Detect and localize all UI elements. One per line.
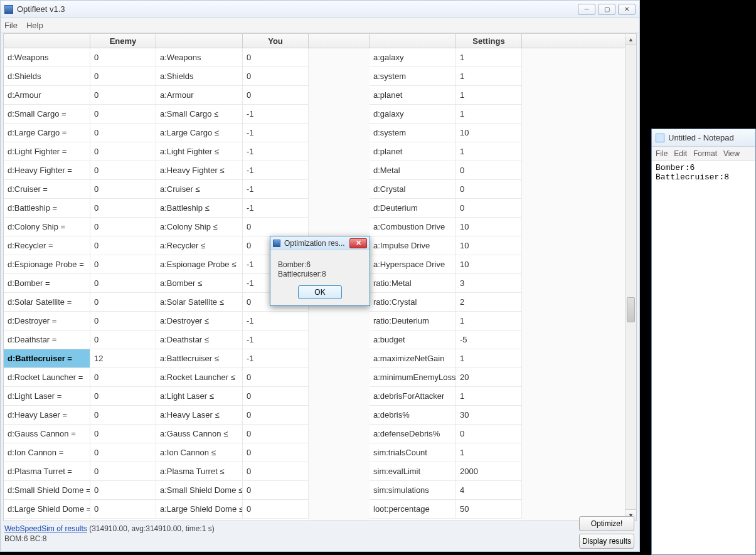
- settings-value[interactable]: 1: [456, 86, 522, 104]
- you-row[interactable]: a:Armour0: [156, 86, 309, 105]
- you-row[interactable]: a:Battleship ≤-1: [156, 199, 309, 218]
- settings-row[interactable]: a:Combustion Drive10: [370, 218, 522, 236]
- you-row[interactable]: a:Light Fighter ≤-1: [156, 142, 309, 161]
- you-value[interactable]: 0: [243, 443, 309, 462]
- settings-value[interactable]: 0: [456, 180, 522, 198]
- you-value[interactable]: -1: [243, 180, 309, 198]
- you-row[interactable]: a:Cruiser ≤-1: [156, 180, 309, 199]
- enemy-key[interactable]: d:Battlecruiser =: [4, 349, 90, 367]
- settings-key[interactable]: a:Combustion Drive: [370, 218, 456, 236]
- you-key[interactable]: a:Gauss Cannon ≤: [156, 425, 243, 443]
- settings-row[interactable]: loot:percentage50: [370, 500, 522, 519]
- websim-link[interactable]: WebSpeedSim of results: [4, 524, 87, 533]
- you-key[interactable]: a:Bomber ≤: [156, 274, 243, 292]
- you-key[interactable]: a:Espionage Probe ≤: [156, 255, 243, 273]
- settings-key[interactable]: a:budget: [370, 330, 456, 349]
- you-value[interactable]: 0: [243, 500, 309, 518]
- settings-row[interactable]: d:planet1: [370, 142, 522, 161]
- settings-value[interactable]: 1: [456, 443, 522, 462]
- you-row[interactable]: a:Shields0: [156, 67, 309, 86]
- settings-key[interactable]: d:planet: [370, 142, 456, 161]
- you-header-val[interactable]: You: [243, 34, 309, 48]
- you-value[interactable]: 0: [243, 406, 309, 424]
- you-key[interactable]: a:Armour: [156, 86, 243, 104]
- you-value[interactable]: -1: [243, 142, 309, 161]
- settings-key[interactable]: sim:trialsCount: [370, 443, 456, 462]
- enemy-value[interactable]: 0: [90, 274, 156, 292]
- you-row[interactable]: a:Plasma Turret ≤0: [156, 462, 309, 481]
- enemy-value[interactable]: 0: [90, 86, 156, 104]
- minimize-button[interactable]: ─: [578, 4, 595, 15]
- settings-value[interactable]: 50: [456, 500, 522, 518]
- you-key[interactable]: a:Battlecruiser ≤: [156, 349, 243, 367]
- enemy-key[interactable]: d:Espionage Probe =: [4, 255, 90, 273]
- you-key[interactable]: a:Light Fighter ≤: [156, 142, 243, 161]
- you-value[interactable]: 0: [243, 481, 309, 499]
- settings-value[interactable]: 10: [456, 236, 522, 255]
- settings-value[interactable]: 20: [456, 368, 522, 386]
- notepad-textarea[interactable]: Bomber:6 Battlecruiser:8: [652, 161, 755, 554]
- settings-value[interactable]: 0: [456, 199, 522, 217]
- enemy-row[interactable]: d:Colony Ship =0: [4, 218, 156, 236]
- enemy-key[interactable]: d:Small Shield Dome =: [4, 481, 90, 499]
- settings-key[interactable]: a:defenseDebris%: [370, 425, 456, 443]
- settings-key[interactable]: a:system: [370, 67, 456, 85]
- you-key[interactable]: a:Recycler ≤: [156, 236, 243, 255]
- you-row[interactable]: a:Heavy Fighter ≤-1: [156, 161, 309, 180]
- you-row[interactable]: a:Colony Ship ≤0: [156, 218, 309, 236]
- settings-row[interactable]: a:planet1: [370, 86, 522, 105]
- enemy-value[interactable]: 0: [90, 142, 156, 161]
- settings-key[interactable]: d:Crystal: [370, 180, 456, 198]
- vertical-scrollbar[interactable]: ▲ ▼: [625, 34, 636, 521]
- you-value[interactable]: -1: [243, 124, 309, 142]
- settings-row[interactable]: sim:trialsCount1: [370, 443, 522, 462]
- menu-help[interactable]: Help: [26, 21, 43, 30]
- you-value[interactable]: 0: [243, 425, 309, 443]
- settings-row[interactable]: a:debrisForAttacker1: [370, 387, 522, 406]
- enemy-row[interactable]: d:Espionage Probe =0: [4, 255, 156, 274]
- settings-row[interactable]: a:debris%30: [370, 406, 522, 425]
- settings-key[interactable]: a:Hyperspace Drive: [370, 255, 456, 273]
- settings-key[interactable]: d:galaxy: [370, 105, 456, 123]
- you-key[interactable]: a:Solar Satellite ≤: [156, 293, 243, 311]
- settings-value[interactable]: 10: [456, 218, 522, 236]
- enemy-row[interactable]: d:Bomber =0: [4, 274, 156, 293]
- settings-value[interactable]: 1: [456, 48, 522, 66]
- settings-value[interactable]: 0: [456, 425, 522, 443]
- enemy-key[interactable]: d:Light Fighter =: [4, 142, 90, 161]
- settings-value[interactable]: 30: [456, 406, 522, 424]
- enemy-value[interactable]: 0: [90, 368, 156, 386]
- settings-row[interactable]: d:Deuterium0: [370, 199, 522, 218]
- you-key[interactable]: a:Destroyer ≤: [156, 312, 243, 330]
- enemy-key[interactable]: d:Light Laser =: [4, 387, 90, 405]
- enemy-value[interactable]: 0: [90, 48, 156, 66]
- enemy-row[interactable]: d:Recycler =0: [4, 236, 156, 255]
- settings-value[interactable]: 2000: [456, 462, 522, 480]
- settings-row[interactable]: a:maximizeNetGain1: [370, 349, 522, 368]
- settings-value[interactable]: 1: [456, 387, 522, 405]
- enemy-value[interactable]: 0: [90, 312, 156, 330]
- enemy-row[interactable]: d:Ion Cannon =0: [4, 443, 156, 462]
- settings-value[interactable]: 1: [456, 312, 522, 330]
- notepad-menu-edit[interactable]: Edit: [674, 149, 687, 158]
- enemy-row[interactable]: d:Solar Satellite =0: [4, 293, 156, 312]
- settings-key[interactable]: sim:evalLimit: [370, 462, 456, 480]
- enemy-row[interactable]: d:Large Cargo =0: [4, 124, 156, 142]
- enemy-key[interactable]: d:Rocket Launcher =: [4, 368, 90, 386]
- settings-key[interactable]: a:minimumEnemyLoss%: [370, 368, 456, 386]
- enemy-value[interactable]: 0: [90, 330, 156, 349]
- you-key[interactable]: a:Weapons: [156, 48, 243, 66]
- settings-row[interactable]: ratio:Metal3: [370, 274, 522, 293]
- settings-row[interactable]: a:system1: [370, 67, 522, 86]
- you-key[interactable]: a:Plasma Turret ≤: [156, 462, 243, 480]
- titlebar[interactable]: Optifleet v1.3 ─ ▢ ✕: [1, 1, 639, 18]
- enemy-key[interactable]: d:Cruiser =: [4, 180, 90, 198]
- enemy-value[interactable]: 0: [90, 67, 156, 85]
- you-key[interactable]: a:Large Cargo ≤: [156, 124, 243, 142]
- you-value[interactable]: 0: [243, 48, 309, 66]
- enemy-key[interactable]: d:Shields: [4, 67, 90, 85]
- notepad-menu-view[interactable]: View: [723, 149, 740, 158]
- settings-key[interactable]: ratio:Metal: [370, 274, 456, 292]
- display-results-button[interactable]: Display results: [579, 534, 634, 549]
- scroll-thumb[interactable]: [627, 297, 635, 322]
